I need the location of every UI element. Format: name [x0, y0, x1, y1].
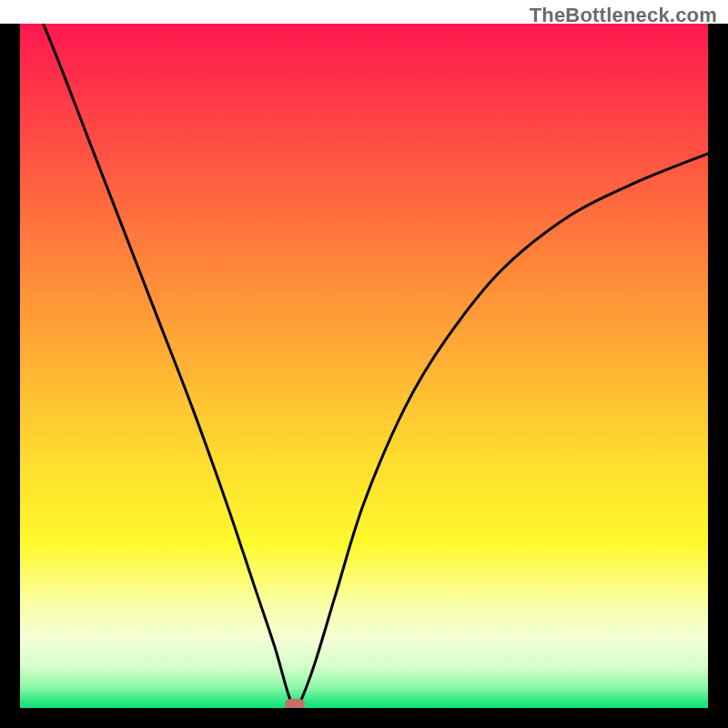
bottleneck-curve	[20, 24, 708, 708]
plot-frame	[0, 24, 728, 728]
chart-container: TheBottleneck.com	[0, 0, 728, 728]
minimum-marker	[285, 699, 305, 708]
watermark-text: TheBottleneck.com	[530, 4, 717, 27]
plot-area	[20, 24, 708, 708]
